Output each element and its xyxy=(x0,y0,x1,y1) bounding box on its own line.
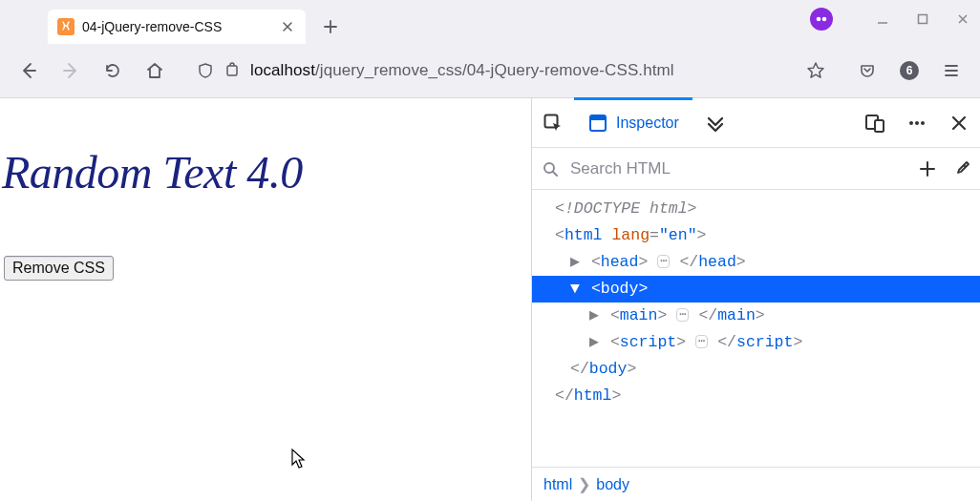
remove-css-button[interactable]: Remove CSS xyxy=(4,256,114,281)
svg-point-10 xyxy=(915,121,919,125)
tracking-shield-icon[interactable] xyxy=(197,62,214,79)
browser-tab[interactable]: 04-jQuery-remove-CSS xyxy=(48,10,306,44)
webpage-viewport: Random Text 4.0 Remove CSS xyxy=(0,98,531,501)
svg-rect-8 xyxy=(875,120,884,132)
svg-rect-2 xyxy=(919,15,927,24)
window-controls xyxy=(810,8,974,31)
content-area: Random Text 4.0 Remove CSS Inspector xyxy=(0,97,980,501)
new-tab-button[interactable] xyxy=(315,11,346,42)
browser-toolbar: localhost/jquery_remove_css/04-jQuery-re… xyxy=(0,44,980,97)
search-icon xyxy=(542,160,559,177)
svg-point-0 xyxy=(817,17,821,22)
crumb-body[interactable]: body xyxy=(596,476,629,493)
devtools-panel: Inspector <!DOCTYPE xyxy=(531,98,980,501)
mouse-cursor-icon xyxy=(290,448,308,470)
url-text: localhost/jquery_remove_css/04-jQuery-re… xyxy=(250,61,674,80)
maximize-button[interactable] xyxy=(911,8,934,31)
main-row[interactable]: ▶ <main> ⋯ </main> xyxy=(532,303,980,329)
devtools-search-bar xyxy=(532,148,980,190)
script-row[interactable]: ▶ <script> ⋯ </script> xyxy=(532,329,980,356)
svg-point-1 xyxy=(822,17,827,22)
devtools-tabs: Inspector xyxy=(532,98,980,148)
chevron-right-icon: ❯ xyxy=(578,475,590,493)
body-row-selected[interactable]: ▼ <body> xyxy=(532,276,980,303)
devtools-close-button[interactable] xyxy=(938,98,980,147)
minimize-button[interactable] xyxy=(871,8,894,31)
add-node-button[interactable] xyxy=(919,160,936,177)
breadcrumbs[interactable]: html ❯ body xyxy=(532,467,980,501)
pocket-button[interactable] xyxy=(850,53,884,88)
html-open-row[interactable]: <html lang="en"> xyxy=(532,222,980,249)
crumb-html[interactable]: html xyxy=(543,476,572,493)
pick-element-button[interactable] xyxy=(532,98,574,147)
bookmark-star-icon[interactable] xyxy=(806,61,825,80)
devtools-meatball-button[interactable] xyxy=(896,98,938,147)
more-tabs-button[interactable] xyxy=(692,98,738,147)
home-button[interactable] xyxy=(138,53,172,88)
url-bar[interactable]: localhost/jquery_remove_css/04-jQuery-re… xyxy=(185,52,837,90)
inspector-tab-label: Inspector xyxy=(616,115,679,132)
doctype-row[interactable]: <!DOCTYPE html> xyxy=(532,196,980,222)
page-heading: Random Text 4.0 xyxy=(2,146,531,198)
reload-button[interactable] xyxy=(96,53,130,88)
head-row[interactable]: ▶ <head> ⋯ </head> xyxy=(532,249,980,276)
responsive-mode-button[interactable] xyxy=(854,98,896,147)
back-button[interactable] xyxy=(11,53,46,88)
eyedropper-button[interactable] xyxy=(953,160,970,177)
connection-icon[interactable] xyxy=(224,62,241,79)
close-tab-icon[interactable] xyxy=(279,18,296,35)
notification-count: 6 xyxy=(900,61,919,80)
forward-button[interactable] xyxy=(53,53,88,88)
tab-title: 04-jQuery-remove-CSS xyxy=(82,19,271,34)
close-window-button[interactable] xyxy=(951,8,974,31)
svg-rect-6 xyxy=(590,115,606,120)
html-search-input[interactable] xyxy=(568,158,909,179)
inspector-tab[interactable]: Inspector xyxy=(574,98,692,147)
app-menu-button[interactable] xyxy=(934,53,969,88)
svg-rect-3 xyxy=(227,66,237,75)
dom-tree[interactable]: <!DOCTYPE html> <html lang="en"> ▶ <head… xyxy=(532,190,980,467)
account-icon[interactable] xyxy=(810,8,833,31)
toolbar-right: 6 xyxy=(850,53,969,88)
svg-point-9 xyxy=(909,121,913,125)
xampp-favicon-icon xyxy=(57,18,75,35)
notifications-badge[interactable]: 6 xyxy=(892,53,927,88)
svg-point-11 xyxy=(921,121,925,125)
body-close-row[interactable]: </body> xyxy=(532,356,980,383)
html-close-row[interactable]: </html> xyxy=(532,383,980,409)
